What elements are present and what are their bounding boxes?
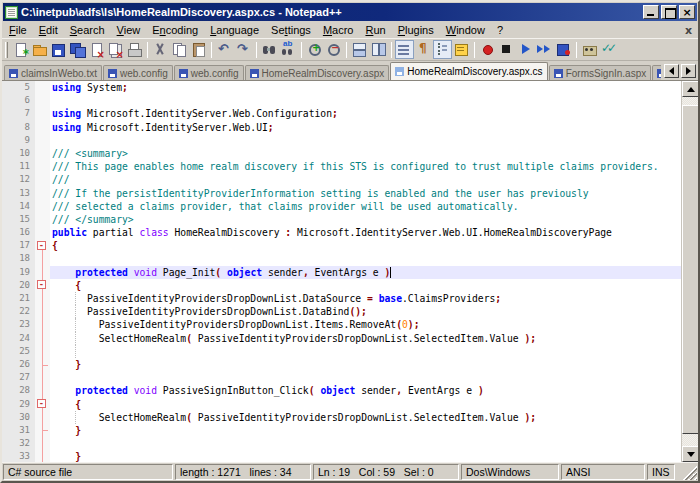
tab-HomeRealmDiscovery.aspx.cs[interactable]: HomeRealmDiscovery.aspx.cs (390, 62, 547, 80)
tab-scroll-right-button[interactable] (681, 64, 696, 78)
code-text[interactable]: /// <summary> (50, 147, 681, 160)
tab-label: web.config (191, 68, 239, 79)
menu-file[interactable]: File (3, 23, 33, 37)
code-text[interactable]: /// </summary> (50, 213, 681, 226)
fold-margin (35, 107, 50, 120)
menu-view[interactable]: View (111, 23, 147, 37)
toolbar-macro-save-button[interactable] (554, 40, 573, 59)
toolbar-macro-record-button[interactable] (478, 40, 497, 59)
title-bar[interactable]: C:\inetpub\adfs\ls\HomeRealmDiscovery.as… (3, 3, 697, 21)
menu-search[interactable]: Search (64, 23, 111, 37)
tab-FormsSignIn.aspx.cs[interactable]: FormsSignIn.aspx.cs (652, 65, 661, 80)
code-line-15: 15/// </summary> (2, 213, 681, 226)
fold-collapse-marker[interactable]: - (37, 399, 46, 408)
toolbar-show-all-chars-button[interactable] (414, 40, 433, 59)
tab-web.config[interactable]: web.config (174, 65, 244, 80)
toolbar-paste-button[interactable] (189, 40, 208, 59)
code-text[interactable]: SelectHomeRealm( PassiveIdentityProvider… (50, 332, 681, 345)
toolbar-copy-button[interactable] (170, 40, 189, 59)
menu-encoding[interactable]: Encoding (146, 23, 204, 37)
toolbar-indent-guide-button[interactable] (433, 40, 452, 59)
code-editor[interactable]: 5using System;67using Microsoft.Identity… (2, 81, 681, 462)
toolbar-save-all-button[interactable] (68, 40, 87, 59)
code-text[interactable]: /// selected a claims provider, that cla… (50, 200, 681, 213)
toolbar-find-button[interactable] (260, 40, 279, 59)
toolbar-macro-run-multiple-button[interactable] (535, 40, 554, 59)
toolbar-close-all-button[interactable] (106, 40, 125, 59)
fold-collapse-marker[interactable]: - (37, 241, 46, 250)
menu-settings[interactable]: Settings (265, 23, 317, 37)
code-text[interactable]: PassiveIdentityProvidersDropDownList.Dat… (50, 305, 681, 318)
menu-run[interactable]: Run (359, 23, 391, 37)
code-text[interactable]: } (50, 358, 681, 371)
code-text[interactable]: { (50, 398, 681, 411)
maximize-button[interactable] (661, 5, 677, 19)
code-text[interactable] (50, 252, 681, 265)
code-text[interactable]: /// This page enables home realm discove… (50, 160, 681, 173)
toolbar-spell-check-button[interactable] (599, 40, 618, 59)
code-text[interactable]: { (50, 279, 681, 292)
toolbar-new-file-button[interactable] (11, 40, 30, 59)
code-text[interactable]: using Microsoft.IdentityServer.Web.UI; (50, 121, 681, 134)
vertical-scrollbar[interactable] (681, 81, 698, 462)
code-text[interactable] (50, 94, 681, 107)
tab-claimsInWebo.txt[interactable]: claimsInWebo.txt (4, 65, 102, 80)
menu-plugins[interactable]: Plugins (392, 23, 440, 37)
fold-collapse-marker[interactable]: - (37, 280, 46, 289)
scroll-up-button[interactable] (682, 81, 698, 97)
code-text[interactable]: { (50, 239, 681, 252)
tab-HomeRealmDiscovery.aspx[interactable]: HomeRealmDiscovery.aspx (245, 65, 390, 80)
toolbar-replace-button[interactable] (279, 40, 298, 59)
fold-margin (35, 424, 50, 437)
line-number: 26 (2, 358, 35, 371)
toolbar-open-file-button[interactable] (30, 40, 49, 59)
code-text[interactable] (50, 345, 681, 358)
scroll-down-button[interactable] (682, 446, 698, 462)
code-text[interactable]: /// If the persistIdentityProviderInform… (50, 187, 681, 200)
toolbar-macro-play-button[interactable] (516, 40, 535, 59)
minimize-button[interactable] (643, 5, 659, 19)
toolbar-macro-stop-button[interactable] (497, 40, 516, 59)
toolbar-sync-vertical-button[interactable] (350, 40, 369, 59)
toolbar-cut-button[interactable] (151, 40, 170, 59)
menu-help[interactable]: ? (491, 23, 509, 37)
scrollbar-thumb[interactable] (682, 105, 698, 434)
toolbar-redo-button[interactable] (234, 40, 253, 59)
code-text[interactable]: SelectHomeRealm( PassiveIdentityProvider… (50, 411, 681, 424)
code-text[interactable] (50, 371, 681, 384)
toolbar-close-file-button[interactable] (87, 40, 106, 59)
toolbar-undo-button[interactable] (215, 40, 234, 59)
code-text[interactable]: using System; (50, 81, 681, 94)
toolbar-zoom-out-button[interactable] (324, 40, 343, 59)
toolbar-word-wrap-button[interactable] (395, 40, 414, 59)
toolbar-doc-monitor-button[interactable] (580, 40, 599, 59)
toolbar-print-button[interactable] (125, 40, 144, 59)
code-text[interactable]: PassiveIdentityProvidersDropDownList.Ite… (50, 318, 681, 331)
code-text[interactable]: using Microsoft.IdentityServer.Web.Confi… (50, 107, 681, 120)
code-text[interactable] (50, 437, 681, 450)
resize-grip[interactable] (677, 464, 697, 480)
toolbar-sync-horizontal-button[interactable] (369, 40, 388, 59)
line-number: 31 (2, 424, 35, 437)
fold-margin (35, 358, 50, 371)
toolbar-zoom-in-button[interactable] (305, 40, 324, 59)
tab-scroll-left-button[interactable] (664, 64, 679, 78)
menu-edit[interactable]: Edit (33, 23, 64, 37)
code-text[interactable]: PassiveIdentityProvidersDropDownList.Dat… (50, 292, 681, 305)
menu-window[interactable]: Window (440, 23, 491, 37)
close-document-x-button[interactable]: x (679, 25, 698, 36)
menu-macro[interactable]: Macro (317, 23, 360, 37)
toolbar-user-define-dialog-button[interactable] (452, 40, 471, 59)
menu-language[interactable]: Language (204, 23, 265, 37)
toolbar-save-file-button[interactable] (49, 40, 68, 59)
tab-web.config[interactable]: web.config (103, 65, 173, 80)
code-text[interactable] (50, 134, 681, 147)
tab-FormsSignIn.aspx[interactable]: FormsSignIn.aspx (549, 65, 652, 80)
code-text[interactable]: /// (50, 173, 681, 186)
code-text[interactable]: } (50, 450, 681, 462)
code-text[interactable]: public partial class HomeRealmDiscovery … (50, 226, 681, 239)
code-text[interactable]: } (50, 424, 681, 437)
code-text[interactable]: protected void Page_Init( object sender,… (50, 266, 681, 279)
close-button[interactable] (679, 5, 695, 19)
code-text[interactable]: protected void PassiveSignInButton_Click… (50, 384, 681, 397)
